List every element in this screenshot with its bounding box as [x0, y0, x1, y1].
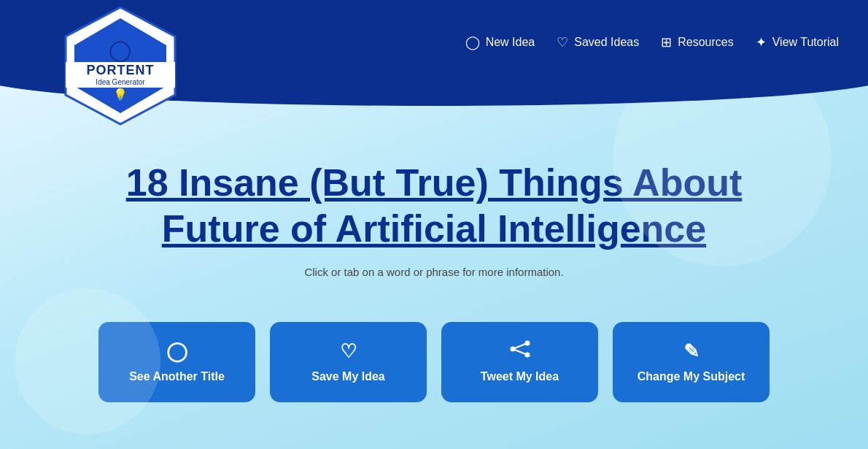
- see-another-title-button[interactable]: ◯ See Another Title: [98, 322, 255, 402]
- logo-area[interactable]: ◯ PORTENT Idea Generator 💡: [58, 4, 186, 135]
- new-idea-icon: ◯: [465, 34, 480, 50]
- tweet-label: Tweet My Idea: [481, 370, 559, 383]
- saved-ideas-icon: ♡: [557, 34, 568, 50]
- nav-label-tutorial: View Tutorial: [772, 36, 839, 49]
- main-title-line2: Future of Artificial Intelligence: [162, 207, 706, 250]
- nav-item-view-tutorial[interactable]: ✦ View Tutorial: [756, 34, 839, 50]
- change-subject-icon: ✎: [683, 340, 700, 363]
- svg-line-6: [513, 343, 527, 349]
- action-buttons-row: ◯ See Another Title ♡ Save My Idea Tweet…: [98, 322, 770, 402]
- logo-subtitle: Idea Generator: [96, 78, 144, 86]
- nav-label-resources: Resources: [678, 36, 733, 49]
- see-another-icon: ◯: [166, 340, 187, 363]
- nav-label-new-idea: New Idea: [486, 36, 535, 49]
- logo-title: PORTENT: [86, 64, 154, 77]
- nav-item-new-idea[interactable]: ◯ New Idea: [465, 34, 535, 50]
- tweet-my-idea-button[interactable]: Tweet My Idea: [441, 322, 598, 402]
- logo-bulb-icon: 💡: [113, 88, 128, 101]
- tweet-icon: [510, 340, 530, 363]
- change-subject-label: Change My Subject: [638, 370, 745, 383]
- main-title: 18 Insane (But True) Things About Future…: [126, 160, 743, 251]
- save-idea-icon: ♡: [340, 340, 357, 363]
- portent-ring-icon: ◯: [109, 38, 131, 62]
- resources-icon: ⊞: [661, 34, 672, 50]
- save-idea-label: Save My Idea: [311, 370, 385, 383]
- nav-item-saved-ideas[interactable]: ♡ Saved Ideas: [557, 34, 639, 50]
- main-content: 18 Insane (But True) Things About Future…: [0, 84, 868, 449]
- nav: ◯ New Idea ♡ Saved Ideas ⊞ Resources ✦ V…: [465, 34, 839, 50]
- svg-line-7: [513, 349, 527, 355]
- see-another-label: See Another Title: [129, 370, 225, 383]
- logo-inner: ◯ PORTENT Idea Generator 💡: [86, 38, 154, 101]
- share-icon-svg: [510, 340, 530, 358]
- main-title-line1: 18 Insane (But True) Things About: [126, 161, 743, 204]
- logo-hexagon: ◯ PORTENT Idea Generator 💡: [58, 4, 182, 128]
- header: ◯ PORTENT Idea Generator 💡 ◯ New Idea ♡ …: [0, 0, 868, 84]
- nav-item-resources[interactable]: ⊞ Resources: [661, 34, 733, 50]
- change-my-subject-button[interactable]: ✎ Change My Subject: [613, 322, 770, 402]
- tutorial-icon: ✦: [756, 34, 767, 50]
- main-subtitle: Click or tab on a word or phrase for mor…: [304, 266, 563, 278]
- save-my-idea-button[interactable]: ♡ Save My Idea: [270, 322, 427, 402]
- nav-label-saved-ideas: Saved Ideas: [574, 36, 639, 49]
